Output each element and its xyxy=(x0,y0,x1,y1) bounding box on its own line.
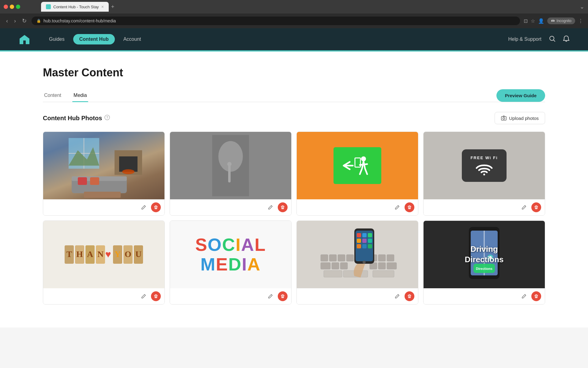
thankyou-svg: T H A N ♥ Y O U xyxy=(64,242,144,267)
photo-card-5: T H A N ♥ Y O U xyxy=(43,220,165,305)
photo-directions: Directions DrivingDirections xyxy=(424,221,545,288)
bookmark-icon[interactable]: ☆ xyxy=(531,18,535,24)
preview-guide-button[interactable]: Preview Guide xyxy=(496,89,545,102)
photo-card-4: FREE Wi Fi xyxy=(423,132,545,216)
photo-card-8: Directions DrivingDirections xyxy=(423,220,545,305)
svg-point-5 xyxy=(503,117,505,119)
photo-card-3 xyxy=(296,132,418,216)
browser-menu-button[interactable]: ⋮ xyxy=(578,18,583,24)
edit-photo-5-button[interactable] xyxy=(139,291,149,301)
collapse-icon[interactable]: ⌄ xyxy=(580,3,584,10)
new-tab-button[interactable]: + xyxy=(109,1,117,13)
forward-button[interactable]: › xyxy=(13,17,17,25)
cast-icon[interactable]: ⊡ xyxy=(524,18,528,24)
address-bar: ‹ › ↻ 🔒 hub.touchstay.com/content-hub/me… xyxy=(0,13,588,28)
photos-help-button[interactable]: ? xyxy=(104,115,110,121)
nav-account[interactable]: Account xyxy=(117,34,147,44)
nav-right: Help & Support xyxy=(508,35,570,44)
edit-photo-3-button[interactable] xyxy=(392,202,402,212)
photo-thankyou: T H A N ♥ Y O U xyxy=(43,221,164,288)
edit-photo-4-button[interactable] xyxy=(519,202,529,212)
delete-photo-5-button[interactable] xyxy=(151,291,161,301)
upload-photos-button[interactable]: Upload photos xyxy=(495,112,545,124)
svg-rect-63 xyxy=(362,239,367,243)
svg-text:?: ? xyxy=(106,116,108,119)
delete-photo-1-button[interactable] xyxy=(151,202,161,212)
minimize-dot[interactable] xyxy=(10,5,14,9)
silence-svg xyxy=(212,135,249,196)
search-button[interactable] xyxy=(549,35,556,44)
tab-content[interactable]: Content xyxy=(43,89,62,102)
edit-photo-2-button[interactable] xyxy=(266,202,275,212)
svg-rect-60 xyxy=(362,233,367,237)
photo-actions-2 xyxy=(170,199,291,215)
edit-photo-6-button[interactable] xyxy=(266,291,275,301)
photo-card-7 xyxy=(296,220,418,305)
svg-line-1 xyxy=(553,40,555,41)
social-media-text: SOCIAL MEDIA xyxy=(195,235,266,274)
camera-icon xyxy=(501,115,507,121)
svg-rect-62 xyxy=(357,239,361,243)
directions-text: DrivingDirections xyxy=(465,244,503,265)
nav-content-hub[interactable]: Content Hub xyxy=(73,34,115,44)
tab-close-button[interactable]: × xyxy=(101,4,104,9)
incognito-label: Incognito xyxy=(556,19,571,23)
nav-help[interactable]: Help & Support xyxy=(508,36,541,42)
nav-logo[interactable] xyxy=(18,33,31,45)
svg-rect-41 xyxy=(329,255,337,261)
photo-card-inner-8: Directions DrivingDirections xyxy=(424,221,545,288)
notifications-button[interactable] xyxy=(563,35,570,44)
svg-rect-45 xyxy=(332,263,339,269)
svg-rect-15 xyxy=(78,177,87,185)
delete-photo-7-button[interactable] xyxy=(405,291,414,301)
exit-sign-svg xyxy=(342,153,373,178)
browser-tab[interactable]: Content Hub - Touch Stay × xyxy=(41,2,109,12)
svg-rect-47 xyxy=(324,270,342,277)
svg-rect-66 xyxy=(362,244,367,248)
delete-photo-3-button[interactable] xyxy=(405,202,414,212)
exit-sign-box xyxy=(334,147,381,184)
title-bar: Content Hub - Touch Stay × + ⌄ xyxy=(0,0,588,13)
photo-card-inner-5: T H A N ♥ Y O U xyxy=(43,221,164,288)
close-dot[interactable] xyxy=(4,5,8,9)
back-button[interactable]: ‹ xyxy=(5,17,9,25)
url-bar[interactable]: 🔒 hub.touchstay.com/content-hub/media xyxy=(32,17,520,25)
edit-photo-7-button[interactable] xyxy=(392,291,402,301)
svg-rect-59 xyxy=(357,233,361,237)
edit-photo-1-button[interactable] xyxy=(139,202,149,212)
svg-text:U: U xyxy=(135,249,141,259)
profile-icon[interactable]: 👤 xyxy=(538,18,544,24)
photo-actions-5 xyxy=(43,288,164,304)
nav-links: Guides Content Hub Account xyxy=(43,34,147,44)
upload-photos-label: Upload photos xyxy=(509,116,539,121)
photos-header: Content Hub Photos ? Upload photos xyxy=(43,112,545,124)
tab-media[interactable]: Media xyxy=(72,89,88,102)
photo-actions-6 xyxy=(170,288,291,304)
svg-rect-23 xyxy=(355,158,360,167)
photo-wifi: FREE Wi Fi xyxy=(424,132,545,199)
social-line1: SOCIAL xyxy=(195,235,266,255)
svg-rect-67 xyxy=(368,244,372,248)
svg-text:Y: Y xyxy=(115,249,121,259)
svg-rect-44 xyxy=(321,263,330,269)
page-title: Master Content xyxy=(43,66,545,79)
maximize-dot[interactable] xyxy=(16,5,20,9)
phone-keyboard-svg xyxy=(318,224,397,285)
photo-grid: FREE Wi Fi xyxy=(43,132,545,305)
delete-photo-2-button[interactable] xyxy=(278,202,288,212)
svg-rect-53 xyxy=(378,263,386,269)
reload-button[interactable]: ↻ xyxy=(21,16,28,25)
photo-silence xyxy=(170,132,291,199)
nav-guides[interactable]: Guides xyxy=(43,34,71,44)
photo-card-inner-2 xyxy=(170,132,291,199)
browser-action-buttons: ⊡ ☆ 👤 🕶 Incognito ⋮ xyxy=(524,17,583,24)
photo-social: SOCIAL MEDIA xyxy=(170,221,291,288)
photo-exit xyxy=(297,132,418,199)
delete-photo-4-button[interactable] xyxy=(531,202,541,212)
svg-point-12 xyxy=(122,169,134,174)
wifi-sign-box: FREE Wi Fi xyxy=(462,149,506,182)
delete-photo-6-button[interactable] xyxy=(278,291,288,301)
edit-photo-8-button[interactable] xyxy=(519,291,529,301)
delete-photo-8-button[interactable] xyxy=(531,291,541,301)
incognito-icon: 🕶 xyxy=(551,19,555,23)
